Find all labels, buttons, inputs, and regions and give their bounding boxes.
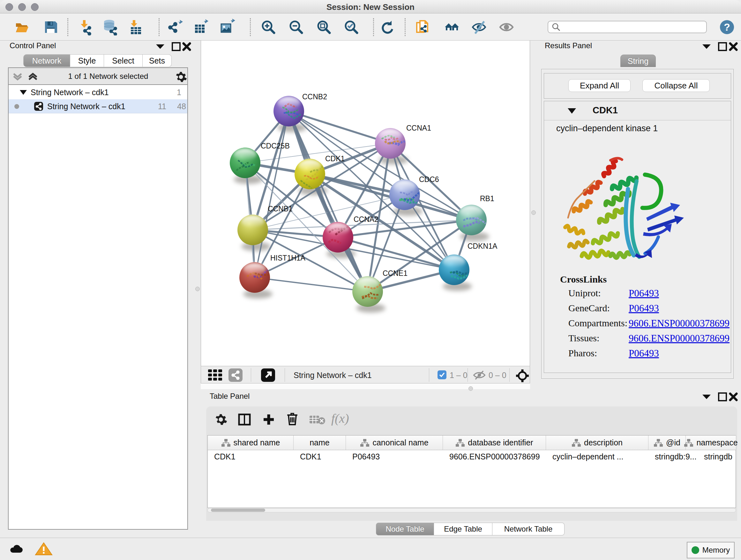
svg-text:CDC25B: CDC25B xyxy=(261,142,290,150)
svg-text:CCNE1: CCNE1 xyxy=(383,269,408,277)
svg-text:CCNA2: CCNA2 xyxy=(354,215,379,224)
svg-text:RB1: RB1 xyxy=(480,194,494,203)
svg-text:HIST1H1A: HIST1H1A xyxy=(270,254,306,262)
svg-text:CCNB2: CCNB2 xyxy=(302,92,327,101)
svg-text:CCNA1: CCNA1 xyxy=(406,124,431,132)
svg-text:CCNB1: CCNB1 xyxy=(268,205,293,213)
svg-text:CDK1: CDK1 xyxy=(325,154,345,163)
svg-text:CDC6: CDC6 xyxy=(419,175,439,184)
svg-text:CDKN1A: CDKN1A xyxy=(468,242,497,250)
